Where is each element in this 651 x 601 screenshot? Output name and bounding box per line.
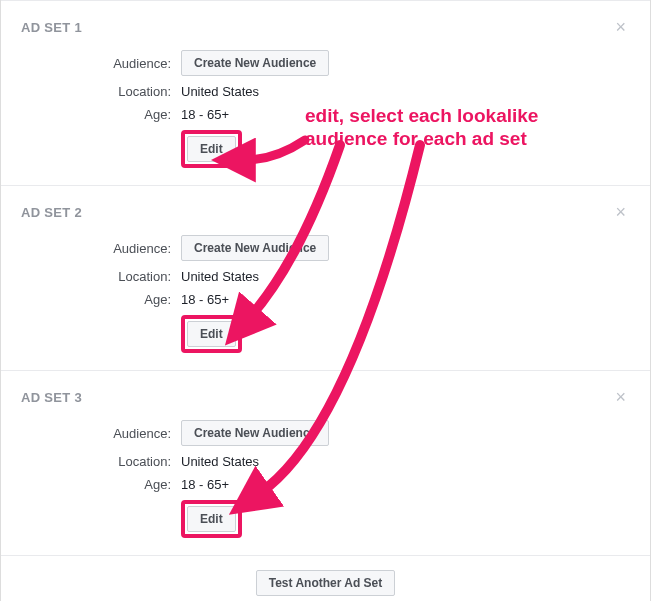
location-label: Location: xyxy=(71,84,181,99)
age-value: 18 - 65+ xyxy=(181,292,229,307)
ad-sets-panel: AD SET 1 × Audience: Create New Audience… xyxy=(0,0,651,601)
location-value: United States xyxy=(181,269,259,284)
ad-set-block: AD SET 1 × Audience: Create New Audience… xyxy=(1,0,650,185)
create-audience-button[interactable]: Create New Audience xyxy=(181,235,329,261)
close-icon[interactable]: × xyxy=(611,386,630,408)
close-icon[interactable]: × xyxy=(611,201,630,223)
edit-button[interactable]: Edit xyxy=(187,506,236,532)
annotation-highlight-box: Edit xyxy=(181,500,242,538)
create-audience-button[interactable]: Create New Audience xyxy=(181,50,329,76)
location-value: United States xyxy=(181,454,259,469)
create-audience-button[interactable]: Create New Audience xyxy=(181,420,329,446)
ad-set-block: AD SET 2 × Audience: Create New Audience… xyxy=(1,185,650,370)
age-label: Age: xyxy=(71,107,181,122)
age-value: 18 - 65+ xyxy=(181,477,229,492)
age-label: Age: xyxy=(71,477,181,492)
audience-label: Audience: xyxy=(71,56,181,71)
ad-set-title: AD SET 3 xyxy=(21,390,82,405)
age-value: 18 - 65+ xyxy=(181,107,229,122)
ad-set-title: AD SET 2 xyxy=(21,205,82,220)
annotation-highlight-box: Edit xyxy=(181,130,242,168)
edit-button[interactable]: Edit xyxy=(187,136,236,162)
test-another-ad-set-button[interactable]: Test Another Ad Set xyxy=(256,570,396,596)
edit-button[interactable]: Edit xyxy=(187,321,236,347)
audience-label: Audience: xyxy=(71,241,181,256)
location-label: Location: xyxy=(71,269,181,284)
age-label: Age: xyxy=(71,292,181,307)
annotation-highlight-box: Edit xyxy=(181,315,242,353)
ad-set-title: AD SET 1 xyxy=(21,20,82,35)
ad-set-block: AD SET 3 × Audience: Create New Audience… xyxy=(1,370,650,555)
audience-label: Audience: xyxy=(71,426,181,441)
close-icon[interactable]: × xyxy=(611,16,630,38)
location-label: Location: xyxy=(71,454,181,469)
footer: Test Another Ad Set xyxy=(1,555,650,601)
location-value: United States xyxy=(181,84,259,99)
